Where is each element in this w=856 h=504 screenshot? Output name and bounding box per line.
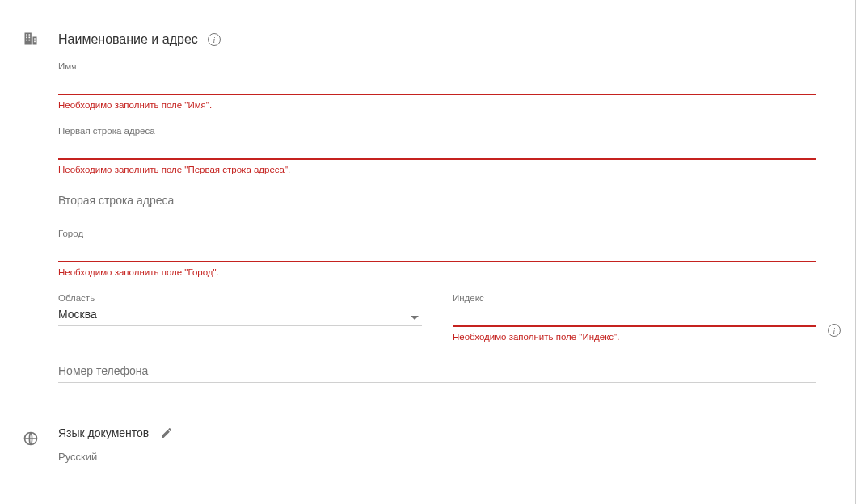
language-title-text: Язык документов [58,426,149,439]
info-icon[interactable]: i [208,33,221,46]
city-input[interactable] [58,240,816,262]
name-input[interactable] [58,73,816,95]
building-icon [23,31,39,47]
region-value: Москва [58,304,422,326]
chevron-down-icon [411,316,419,320]
address-line2-input[interactable] [58,191,816,212]
name-address-title: Наименование и адрес i [58,32,815,47]
address-line1-input[interactable] [58,137,816,160]
address-line1-label: Первая строка адреса [58,126,816,136]
language-value: Русский [58,451,815,463]
postal-error: Необходимо заполнить поле "Индекс". [453,332,816,342]
phone-input[interactable] [58,361,816,383]
city-error: Необходимо заполнить поле "Город". [58,267,816,277]
name-error: Необходимо заполнить поле "Имя". [58,100,816,110]
name-label: Имя [58,61,816,71]
address-line1-error: Необходимо заполнить поле "Первая строка… [58,165,816,174]
postal-input[interactable] [453,304,816,327]
city-label: Город [58,229,816,238]
edit-icon[interactable] [160,426,173,439]
postal-label: Индекс [453,293,816,303]
region-label: Область [58,293,422,303]
language-title: Язык документов [58,426,815,439]
name-address-title-text: Наименование и адрес [58,32,198,47]
region-select[interactable]: Москва [58,304,422,326]
globe-icon [23,430,39,447]
postal-info-icon[interactable]: i [828,324,841,337]
